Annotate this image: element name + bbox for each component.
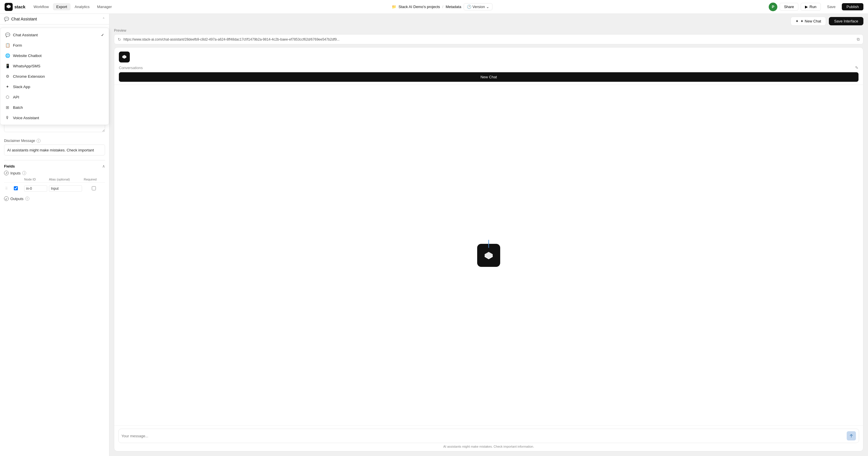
dropdown-menu: 💬 Chat Assistant ✓ 📋 Form 🌐 Website Chat…: [0, 28, 109, 125]
outputs-label: Outputs: [10, 196, 24, 201]
page-name: Metadata: [445, 5, 461, 9]
topnav-center: 📁 Stack AI Demo's projects / Metadata 🕐 …: [118, 3, 767, 10]
new-chat-button[interactable]: ✦ ✦ New Chat: [790, 17, 826, 26]
table-header: Node ID Alias (optional) Required: [4, 178, 105, 183]
separator: /: [442, 5, 443, 9]
required-checkbox[interactable]: [92, 186, 96, 190]
dropdown-item-api[interactable]: ⬡ API: [0, 92, 109, 102]
dropdown-item-form[interactable]: 📋 Form: [0, 40, 109, 50]
dropdown-item-batch[interactable]: ⊞ Batch: [0, 102, 109, 113]
tab-analytics[interactable]: Analytics: [71, 3, 93, 10]
avatar: P: [769, 3, 777, 11]
info-icon: i: [36, 139, 40, 143]
col-alias-header: Alias (optional): [49, 178, 82, 181]
inputs-subsection: ↗ Inputs i: [4, 171, 105, 175]
node-id-input[interactable]: [24, 185, 47, 192]
url-bar: ↻ https://www.stack-ai.com/chat-assistan…: [114, 34, 863, 44]
slack-icon: ✦: [5, 84, 10, 89]
outputs-subsection: ↙ Outputs i: [4, 196, 105, 201]
chrome-icon: ⚙: [5, 74, 10, 79]
chat-header: Conversations ✎ New Chat: [114, 48, 863, 85]
disclaimer-input[interactable]: [4, 145, 105, 155]
copy-icon[interactable]: ⧉: [857, 37, 860, 42]
refresh-icon[interactable]: ↻: [118, 37, 121, 42]
collapse-fields-button[interactable]: ∧: [102, 164, 105, 169]
dropdown-label-whatsapp: WhatsApp/SMS: [13, 64, 40, 68]
mic-icon: 🎙: [5, 115, 10, 120]
play-icon: ▶: [805, 5, 808, 9]
batch-icon: ⊞: [5, 105, 10, 110]
dropdown-label-chat-assistant: Chat Assistant: [13, 33, 38, 37]
preview-area: Preview ↻ https://www.stack-ai.com/chat-…: [110, 29, 868, 456]
main-layout: 💬 Chat Assistant ⌃ 💬 Chat Assistant ✓ 📋 …: [0, 14, 868, 456]
chat-cursor: [488, 240, 489, 248]
sparkle-icon: ✦: [796, 19, 799, 23]
outputs-icon: ↙: [4, 196, 9, 201]
api-icon: ⬡: [5, 94, 10, 100]
dropdown-label-slack: Slack App: [13, 85, 30, 89]
version-pill[interactable]: 🕐 Version ⌄: [464, 3, 492, 10]
inputs-label: Inputs: [10, 171, 21, 175]
chat-body: [114, 85, 863, 425]
chat-new-chat-button[interactable]: New Chat: [119, 72, 859, 82]
dropdown-item-voice[interactable]: 🎙 Voice Assistant: [0, 113, 109, 123]
panel-content: Disclaimer Message i Fields ∧ ↗ Inputs i…: [0, 108, 109, 456]
version-label: Version: [472, 5, 485, 9]
dropdown-item-whatsapp[interactable]: 📱 WhatsApp/SMS: [0, 61, 109, 71]
outputs-info-icon: i: [25, 196, 29, 201]
chat-disclaimer: AI assistants might make mistakes. Check…: [118, 443, 859, 449]
panel-title: Chat Assistant: [11, 17, 37, 21]
dropdown-label-voice: Voice Assistant: [13, 116, 39, 120]
disclaimer-label: Disclaimer Message: [4, 139, 35, 143]
disclaimer-section: Disclaimer Message i: [4, 139, 105, 155]
dropdown-item-chat-assistant[interactable]: 💬 Chat Assistant ✓: [0, 30, 109, 40]
dropdown-item-chrome[interactable]: ⚙ Chrome Extension: [0, 71, 109, 82]
url-text: https://www.stack-ai.com/chat-assistant/…: [123, 37, 855, 41]
panel-header[interactable]: 💬 Chat Assistant ⌃: [0, 14, 109, 25]
right-panel-toolbar: ✦ ✦ New Chat Save Interface: [110, 14, 868, 29]
chat-logo: [119, 52, 130, 62]
new-chat-label: ✦ New Chat: [800, 19, 821, 23]
table-row: ⠿: [4, 184, 105, 193]
save-interface-button[interactable]: Save Interface: [829, 17, 863, 25]
right-panel: ✦ ✦ New Chat Save Interface Preview ↻ ht…: [110, 14, 868, 456]
fields-section-header: Fields ∧: [4, 160, 105, 171]
dropdown-item-slack[interactable]: ✦ Slack App: [0, 82, 109, 92]
dropdown-item-website-chatbot[interactable]: 🌐 Website Chatbot: [0, 50, 109, 61]
tab-export[interactable]: Export: [53, 3, 71, 10]
fields-label: Fields: [4, 164, 15, 169]
row-enabled-checkbox[interactable]: [14, 186, 18, 190]
dropdown-label-batch: Batch: [13, 105, 23, 110]
drag-handle[interactable]: ⠿: [5, 187, 12, 190]
save-button[interactable]: Save: [823, 3, 840, 10]
dropdown-label-chrome: Chrome Extension: [13, 74, 45, 79]
chat-send-button[interactable]: [847, 431, 856, 440]
col-required-header: Required: [84, 178, 104, 181]
col-nodeid-header: Node ID: [24, 178, 47, 181]
share-button[interactable]: Share: [780, 3, 798, 11]
preview-label: Preview: [114, 29, 863, 33]
version-icon: 🕐: [467, 5, 471, 9]
row-checkbox-cell: [14, 186, 23, 191]
required-checkbox-cell: [84, 186, 104, 191]
logo: stack: [5, 3, 25, 11]
run-button[interactable]: ▶ Run: [801, 3, 821, 11]
dropdown-label-api: API: [13, 95, 19, 99]
chat-icon: 💬: [4, 17, 9, 21]
disclaimer-label-row: Disclaimer Message i: [4, 139, 105, 143]
chat-input-area: AI assistants might make mistakes. Check…: [114, 425, 863, 451]
project-name: Stack AI Demo's projects: [399, 5, 440, 9]
dropdown-label-website-chatbot: Website Chatbot: [13, 54, 42, 58]
globe-icon: 🌐: [5, 53, 10, 58]
chevron-down-icon: ⌄: [486, 5, 489, 9]
publish-button[interactable]: Publish: [842, 3, 863, 10]
alias-input[interactable]: [49, 185, 82, 192]
tab-manager[interactable]: Manager: [94, 3, 115, 10]
chat-message-input[interactable]: [121, 434, 844, 438]
chevron-up-icon: ⌃: [102, 17, 105, 21]
topnav-tabs: Workflow Export Analytics Manager: [30, 3, 115, 10]
tab-workflow[interactable]: Workflow: [30, 3, 52, 10]
inputs-info-icon: i: [22, 171, 26, 175]
conversations-row: Conversations ✎: [119, 65, 859, 72]
edit-icon[interactable]: ✎: [855, 65, 859, 70]
